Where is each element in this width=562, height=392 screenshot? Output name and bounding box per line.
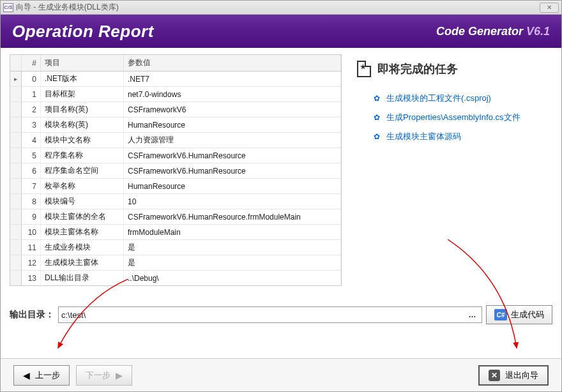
row-key: 模块主窗体的全名 bbox=[41, 209, 124, 225]
task-text: 生成模块主窗体源码 bbox=[386, 131, 461, 142]
exit-wizard-button[interactable]: ✕ 退出向导 bbox=[478, 365, 549, 386]
row-value: HumanResource bbox=[124, 117, 341, 133]
row-index: 12 bbox=[22, 255, 41, 271]
row-pointer bbox=[10, 117, 22, 133]
gear-icon: ✿ bbox=[372, 94, 381, 103]
row-value: 10 bbox=[124, 194, 341, 209]
task-text: 生成Properties\AssemblyInfo.cs文件 bbox=[386, 112, 520, 123]
row-key: DLL输出目录 bbox=[41, 271, 124, 286]
generate-code-button[interactable]: C# 生成代码 bbox=[486, 305, 552, 324]
table-row[interactable]: 9模块主窗体的全名CSFrameworkV6.HumanResource.frm… bbox=[10, 209, 341, 225]
row-index: 13 bbox=[22, 271, 41, 286]
row-key: 项目名称(英) bbox=[41, 102, 124, 117]
row-pointer: ▸ bbox=[10, 72, 22, 87]
row-index: 9 bbox=[22, 209, 41, 225]
triangle-left-icon: ◀ bbox=[23, 370, 30, 381]
task-item: ✿生成模块的工程文件(.csproj) bbox=[372, 93, 552, 104]
row-value: 是 bbox=[124, 240, 341, 255]
row-index: 6 bbox=[22, 163, 41, 179]
row-key: 模块主窗体名称 bbox=[41, 225, 124, 240]
row-pointer bbox=[10, 179, 22, 194]
row-value: frmModuleMain bbox=[124, 225, 341, 240]
app-icon: C/S bbox=[3, 3, 13, 12]
row-value: net7.0-windows bbox=[124, 87, 341, 102]
brand-label: Code Generator V6.1 bbox=[436, 25, 550, 38]
page-title: Operation Report bbox=[12, 22, 154, 41]
row-pointer bbox=[10, 163, 22, 179]
table-row[interactable]: 2项目名称(英)CSFrameworkV6 bbox=[10, 102, 341, 117]
row-value: 是 bbox=[124, 255, 341, 271]
row-value: HumanResource bbox=[124, 179, 341, 194]
row-pointer bbox=[10, 194, 22, 209]
row-pointer bbox=[10, 209, 22, 225]
row-pointer-header bbox=[10, 55, 22, 72]
document-star-icon bbox=[357, 61, 371, 77]
table-row[interactable]: 11生成业务模块是 bbox=[10, 240, 341, 255]
table-row[interactable]: 13DLL输出目录..\Debug\ bbox=[10, 271, 341, 286]
table-row[interactable]: 10模块主窗体名称frmModuleMain bbox=[10, 225, 341, 240]
gear-icon: ✿ bbox=[372, 132, 381, 141]
row-value: 人力资源管理 bbox=[124, 133, 341, 148]
table-row[interactable]: 1目标框架net7.0-windows bbox=[10, 87, 341, 102]
row-pointer bbox=[10, 225, 22, 240]
row-index: 0 bbox=[22, 72, 41, 87]
task-text: 生成模块的工程文件(.csproj) bbox=[386, 93, 491, 104]
row-index: 2 bbox=[22, 102, 41, 117]
row-key: 程序集名称 bbox=[41, 148, 124, 163]
row-key: 模块编号 bbox=[41, 194, 124, 209]
row-key: 模块中文名称 bbox=[41, 133, 124, 148]
tasks-panel: 即将完成的任务 ✿生成模块的工程文件(.csproj)✿生成Properties… bbox=[357, 54, 552, 286]
col-index[interactable]: # bbox=[22, 55, 41, 72]
table-row[interactable]: 3模块名称(英)HumanResource bbox=[10, 117, 341, 133]
row-value: CSFrameworkV6 bbox=[124, 102, 341, 117]
row-index: 1 bbox=[22, 87, 41, 102]
row-index: 3 bbox=[22, 117, 41, 133]
output-row: 输出目录： … C# 生成代码 bbox=[10, 305, 552, 324]
titlebar: C/S 向导 - 生成业务模块(DLL类库) ✕ bbox=[1, 1, 561, 15]
table-row[interactable]: 6程序集命名空间CSFrameworkV6.HumanResource bbox=[10, 163, 341, 179]
output-path-input[interactable] bbox=[61, 310, 466, 320]
row-index: 11 bbox=[22, 240, 41, 255]
wizard-window: C/S 向导 - 生成业务模块(DLL类库) ✕ Operation Repor… bbox=[0, 0, 562, 392]
row-value: CSFrameworkV6.HumanResource.frmModuleMai… bbox=[124, 209, 341, 225]
next-button: 下一步 ▶ bbox=[76, 365, 132, 386]
browse-button[interactable]: … bbox=[466, 310, 479, 319]
gear-icon: ✿ bbox=[372, 113, 381, 122]
task-item: ✿生成模块主窗体源码 bbox=[372, 131, 552, 142]
row-pointer bbox=[10, 240, 22, 255]
output-path-field[interactable]: … bbox=[58, 306, 482, 323]
row-value: ..\Debug\ bbox=[124, 271, 341, 286]
prev-button[interactable]: ◀ 上一步 bbox=[13, 365, 70, 386]
row-pointer bbox=[10, 102, 22, 117]
col-key[interactable]: 项目 bbox=[41, 55, 124, 72]
row-index: 4 bbox=[22, 133, 41, 148]
row-pointer bbox=[10, 255, 22, 271]
table-row[interactable]: 12生成模块主窗体是 bbox=[10, 255, 341, 271]
row-pointer bbox=[10, 271, 22, 286]
output-label: 输出目录： bbox=[10, 309, 54, 320]
table-row[interactable]: 7枚举名称HumanResource bbox=[10, 179, 341, 194]
row-value: CSFrameworkV6.HumanResource bbox=[124, 163, 341, 179]
parameters-table: # 项目 参数值 ▸0.NET版本.NET71目标框架net7.0-window… bbox=[10, 54, 342, 286]
row-value: CSFrameworkV6.HumanResource bbox=[124, 148, 341, 163]
table-row[interactable]: ▸0.NET版本.NET7 bbox=[10, 72, 341, 87]
close-icon: ✕ bbox=[547, 4, 552, 11]
row-key: 程序集命名空间 bbox=[41, 163, 124, 179]
table-row[interactable]: 4模块中文名称人力资源管理 bbox=[10, 133, 341, 148]
row-pointer bbox=[10, 133, 22, 148]
triangle-right-icon: ▶ bbox=[116, 370, 123, 381]
task-item: ✿生成Properties\AssemblyInfo.cs文件 bbox=[372, 112, 552, 123]
row-key: 目标框架 bbox=[41, 87, 124, 102]
tasks-list: ✿生成模块的工程文件(.csproj)✿生成Properties\Assembl… bbox=[357, 93, 552, 142]
csharp-icon: C# bbox=[494, 309, 507, 320]
row-key: 模块名称(英) bbox=[41, 117, 124, 133]
close-button[interactable]: ✕ bbox=[540, 3, 559, 13]
row-pointer bbox=[10, 148, 22, 163]
table-row[interactable]: 8模块编号10 bbox=[10, 194, 341, 209]
footer: ◀ 上一步 下一步 ▶ ✕ 退出向导 bbox=[1, 358, 561, 391]
row-key: 生成模块主窗体 bbox=[41, 255, 124, 271]
row-pointer bbox=[10, 87, 22, 102]
row-key: 枚举名称 bbox=[41, 179, 124, 194]
table-row[interactable]: 5程序集名称CSFrameworkV6.HumanResource bbox=[10, 148, 341, 163]
col-value[interactable]: 参数值 bbox=[124, 55, 341, 72]
